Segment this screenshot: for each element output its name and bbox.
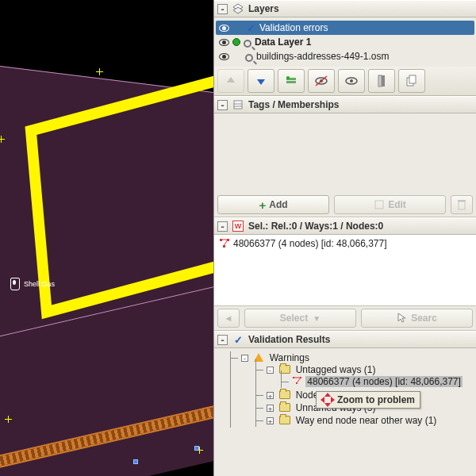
tree-handle[interactable]: + <box>267 392 274 399</box>
poi-label: Shell Gas <box>24 280 55 288</box>
collapse-toggle[interactable]: - <box>217 4 228 14</box>
selection-item-label: 48066377 (4 nodes) [id: 48,066,377] <box>233 238 387 249</box>
tree-handle[interactable]: + <box>267 405 274 412</box>
layer-label: Validation errors <box>259 22 328 33</box>
zoom-arrows-icon <box>321 393 334 406</box>
svg-rect-10 <box>378 75 382 86</box>
select-history-back[interactable]: ◂ <box>217 309 240 328</box>
tags-list[interactable] <box>214 113 476 193</box>
duplicate-layer-button[interactable] <box>398 69 425 93</box>
svg-rect-2 <box>286 81 296 83</box>
way-icon <box>292 376 303 386</box>
selection-button-row: ◂ Select ▼ Searc <box>214 306 476 331</box>
data-layer-icon <box>244 40 251 48</box>
tags-panel-header: - Tags / Memberships <box>214 96 476 113</box>
layer-item-validation-errors[interactable]: Validation errors <box>216 21 474 35</box>
selection-icon: W <box>232 221 244 232</box>
node-marker[interactable] <box>96 68 103 75</box>
validation-tree[interactable]: - Warnings - Untagged ways (1) 48066377 … <box>214 348 476 476</box>
node-marker[interactable] <box>0 136 5 143</box>
layers-panel-header: - Layers <box>214 0 476 17</box>
node-marker[interactable] <box>5 416 12 423</box>
active-layer-icon <box>232 38 240 46</box>
select-button[interactable]: Select ▼ <box>244 309 356 328</box>
plus-icon: + <box>259 198 266 212</box>
search-button[interactable]: Searc <box>361 309 473 328</box>
layer-label: buildings-addresses-449-1.osm <box>256 51 389 62</box>
validation-item[interactable]: 48066377 (4 nodes) [id: 48,066,377] <box>281 375 474 388</box>
tree-label: 48066377 (4 nodes) [id: 48,066,377] <box>305 376 463 387</box>
layer-label: Data Layer 1 <box>255 36 311 48</box>
warnings-node[interactable]: - Warnings - Untagged ways (1) 48066377 … <box>230 351 474 428</box>
selection-panel-header: - W Sel.: Rel.:0 / Ways:1 / Nodes:0 <box>214 217 476 235</box>
delete-tag-button[interactable] <box>451 195 473 214</box>
toggle-visibility-button[interactable] <box>308 69 335 93</box>
visibility-toggle-icon[interactable] <box>219 25 229 32</box>
move-down-button[interactable] <box>248 69 274 93</box>
untagged-ways-node[interactable]: - Untagged ways (1) 48066377 (4 nodes) [… <box>255 363 474 389</box>
merge-layer-button[interactable] <box>368 69 395 93</box>
way-end-node[interactable]: + Way end node near other way (1) <box>255 414 474 427</box>
collapse-toggle[interactable]: - <box>217 335 228 345</box>
tree-label: Way end node near other way (1) <box>296 415 437 426</box>
tree-label: Warnings <box>270 352 309 363</box>
layer-opacity-button[interactable] <box>338 69 365 93</box>
trash-icon <box>457 199 466 210</box>
layer-item-data-layer-1[interactable]: Data Layer 1 <box>216 35 474 49</box>
visibility-toggle-icon[interactable] <box>219 39 229 46</box>
data-layer-icon <box>245 54 253 62</box>
dropdown-icon: ▼ <box>313 314 321 323</box>
layer-item-osm-file[interactable]: buildings-addresses-449-1.osm <box>216 49 474 63</box>
svg-line-29 <box>297 378 301 383</box>
svg-rect-17 <box>375 201 383 209</box>
svg-rect-13 <box>409 75 416 83</box>
selection-title: Sel.: Rel.:0 / Ways:1 / Nodes:0 <box>248 221 383 232</box>
validation-title: Validation Results <box>248 334 330 345</box>
layers-icon <box>232 3 244 14</box>
fuel-poi-icon[interactable] <box>10 278 20 290</box>
activate-layer-button[interactable] <box>278 69 305 93</box>
collapse-toggle[interactable]: - <box>217 100 228 110</box>
visibility-toggle-icon[interactable] <box>219 53 229 60</box>
layers-toolbar <box>214 67 476 96</box>
tags-title: Tags / Memberships <box>248 99 339 110</box>
folder-icon <box>279 416 290 424</box>
tree-label: Untagged ways (1) <box>296 364 376 375</box>
svg-point-9 <box>350 79 353 83</box>
validation-panel-header: - Validation Results <box>214 331 476 348</box>
selection-item[interactable]: 48066377 (4 nodes) [id: 48,066,377] <box>219 238 471 249</box>
layers-list: Validation errors Data Layer 1 buildings… <box>214 17 476 67</box>
tree-handle[interactable]: - <box>241 355 248 362</box>
collapse-toggle[interactable]: - <box>217 221 228 232</box>
map-canvas[interactable]: Shell Gas <box>0 0 213 476</box>
node-marker[interactable] <box>194 446 199 451</box>
svg-point-4 <box>286 76 290 79</box>
tags-button-row: + Add Edit <box>214 193 476 217</box>
move-up-button[interactable] <box>217 69 244 93</box>
context-tooltip: Zoom to problem <box>316 391 420 409</box>
svg-line-24 <box>224 240 228 246</box>
folder-icon <box>279 403 290 412</box>
selection-list[interactable]: 48066377 (4 nodes) [id: 48,066,377] <box>214 235 476 306</box>
svg-rect-18 <box>459 202 465 209</box>
validation-icon <box>232 334 244 345</box>
edit-icon <box>374 199 385 210</box>
node-marker[interactable] <box>133 459 138 464</box>
layers-title: Layers <box>248 3 279 14</box>
tree-handle[interactable]: + <box>267 417 274 424</box>
folder-icon <box>279 390 290 399</box>
tree-handle[interactable]: - <box>267 367 274 374</box>
way-icon <box>219 238 230 249</box>
svg-rect-11 <box>382 75 385 86</box>
svg-rect-19 <box>458 200 466 202</box>
validation-layer-icon <box>245 22 256 33</box>
edit-tag-button[interactable]: Edit <box>334 195 446 214</box>
cursor-icon <box>397 313 408 324</box>
tags-icon <box>232 99 244 110</box>
add-tag-button[interactable]: + Add <box>217 195 329 214</box>
svg-rect-14 <box>234 101 242 109</box>
